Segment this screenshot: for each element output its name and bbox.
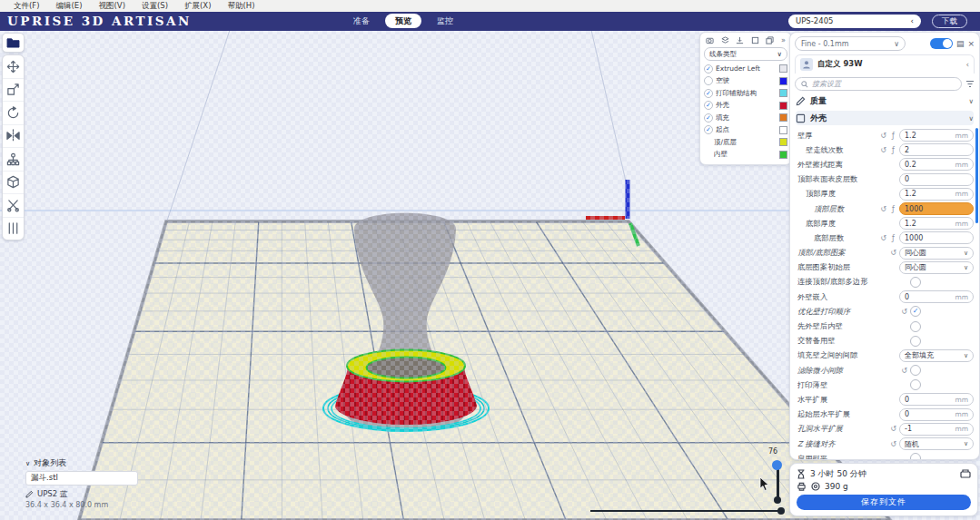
arrange-tool[interactable] bbox=[3, 218, 24, 240]
revert-icon[interactable]: ↺ bbox=[889, 440, 897, 448]
setting-checkbox[interactable] bbox=[910, 336, 921, 347]
profile-dropdown[interactable]: Fine - 0.1mm ∨ bbox=[795, 36, 906, 51]
revert-icon[interactable]: ↺ bbox=[879, 234, 887, 242]
custom-mode-toggle[interactable] bbox=[930, 38, 953, 49]
setting-input[interactable]: 1.2mm bbox=[899, 188, 974, 201]
legend-checkbox[interactable]: ✓ bbox=[704, 89, 713, 98]
formula-icon[interactable]: ƒ bbox=[889, 146, 897, 154]
download-button[interactable]: 下载 bbox=[932, 15, 967, 28]
legend-item[interactable]: ✓打印辅助结构 bbox=[704, 87, 787, 100]
menu-item-3[interactable]: 设置(S) bbox=[134, 1, 176, 12]
setting-input[interactable]: 1.2mm bbox=[899, 129, 974, 142]
layer-slider-handle-top[interactable] bbox=[772, 460, 782, 470]
path-slider-handle[interactable] bbox=[777, 507, 785, 515]
category-quality[interactable]: 质量 ∨ bbox=[796, 93, 974, 108]
legend-item[interactable]: ✓起点 bbox=[704, 124, 787, 137]
setting-dropdown[interactable]: 随机∨ bbox=[899, 437, 974, 450]
setting-input[interactable]: 1000 bbox=[899, 231, 974, 244]
revert-icon[interactable]: ↺ bbox=[889, 249, 897, 257]
revert-icon[interactable]: ↺ bbox=[879, 146, 887, 154]
close-icon[interactable]: × bbox=[967, 40, 975, 48]
legend-item[interactable]: ✓填充 bbox=[704, 112, 787, 124]
support-blocker-tool[interactable] bbox=[3, 172, 24, 195]
scrollbar[interactable] bbox=[975, 128, 978, 223]
stage-tab[interactable]: 预览 bbox=[385, 14, 421, 28]
setting-input[interactable]: 1000 bbox=[899, 202, 974, 215]
legend-checkbox[interactable] bbox=[704, 76, 713, 85]
printer-selector[interactable]: UPS-2405 ‹ bbox=[788, 15, 921, 28]
setting-input[interactable]: 0 bbox=[899, 173, 974, 186]
category-shell[interactable]: 外壳 ∨ bbox=[796, 111, 974, 125]
setting-unit: mm bbox=[955, 132, 968, 140]
legend-item[interactable]: ✓外壳 bbox=[704, 100, 787, 113]
revert-icon[interactable]: ↺ bbox=[900, 308, 908, 316]
menu-item-5[interactable]: 帮助(H) bbox=[220, 1, 263, 12]
setting-dropdown[interactable]: 同心圆∨ bbox=[899, 247, 974, 260]
per-model-settings-tool[interactable] bbox=[3, 148, 24, 172]
box-icon[interactable] bbox=[751, 36, 759, 44]
open-file-button[interactable] bbox=[2, 33, 25, 53]
filter-icon[interactable] bbox=[965, 80, 975, 88]
revert-icon[interactable]: ↺ bbox=[879, 205, 887, 213]
setting-input[interactable]: 0mm bbox=[899, 393, 974, 406]
layer-slider-handle-bottom[interactable] bbox=[774, 496, 781, 504]
move-tool[interactable] bbox=[3, 55, 24, 79]
setting-input[interactable]: 0.2mm bbox=[899, 158, 974, 171]
layers-icon[interactable] bbox=[721, 36, 729, 44]
collapse-icon[interactable]: » bbox=[781, 37, 786, 44]
panel-settings-icon[interactable]: ▤ bbox=[956, 40, 965, 48]
object-list-item[interactable]: 漏斗.stl bbox=[25, 471, 138, 486]
camera-icon[interactable] bbox=[706, 36, 714, 44]
legend-checkbox[interactable]: ✓ bbox=[704, 125, 713, 134]
setting-checkbox[interactable] bbox=[910, 453, 921, 460]
setting-checkbox[interactable] bbox=[910, 277, 921, 288]
legend-checkbox[interactable]: ✓ bbox=[704, 101, 713, 110]
save-to-file-button[interactable]: 保存到文件 bbox=[797, 495, 971, 510]
setting-input[interactable]: 0mm bbox=[899, 290, 974, 303]
revert-icon[interactable]: ↺ bbox=[889, 425, 897, 433]
legend-checkbox[interactable]: ✓ bbox=[704, 64, 713, 74]
color-scheme-dropdown[interactable]: 线条类型 ∨ bbox=[704, 47, 787, 61]
setting-row: 填充壁之间的间隙全部填充∨ bbox=[790, 348, 979, 363]
menu-item-4[interactable]: 扩展(X) bbox=[176, 1, 219, 12]
printer-config-row[interactable]: UPS2 蓝 bbox=[25, 488, 138, 500]
rotate-tool[interactable] bbox=[3, 102, 24, 125]
copy-icon[interactable] bbox=[766, 36, 774, 44]
setting-checkbox[interactable]: ✓ bbox=[910, 306, 921, 317]
menu-item-0[interactable]: 文件(F) bbox=[5, 1, 48, 12]
layer-slider-track[interactable] bbox=[777, 465, 779, 501]
chevron-left-icon[interactable]: ‹ bbox=[965, 60, 969, 69]
setting-checkbox[interactable] bbox=[910, 379, 921, 390]
color-scheme-value: 线条类型 bbox=[709, 50, 737, 59]
menu-item-2[interactable]: 视图(V) bbox=[91, 1, 134, 12]
scale-tool[interactable] bbox=[3, 79, 24, 103]
setting-input[interactable]: -1mm bbox=[899, 423, 974, 436]
setting-input[interactable]: 2 bbox=[899, 143, 974, 156]
legend-checkbox[interactable]: ✓ bbox=[704, 113, 713, 123]
setting-checkbox[interactable] bbox=[910, 321, 921, 332]
revert-icon[interactable]: ↺ bbox=[900, 367, 908, 375]
revert-icon[interactable]: ↺ bbox=[879, 132, 887, 140]
search-input[interactable]: 搜索设置 bbox=[795, 77, 962, 91]
color-swatch bbox=[779, 151, 787, 159]
formula-icon[interactable]: ƒ bbox=[889, 205, 897, 213]
formula-icon[interactable]: ƒ bbox=[889, 132, 897, 140]
formula-icon[interactable]: ƒ bbox=[889, 234, 897, 242]
setting-dropdown[interactable]: 全部填充∨ bbox=[899, 349, 974, 362]
setting-input[interactable]: 0mm bbox=[899, 408, 974, 421]
setting-checkbox[interactable] bbox=[910, 365, 921, 376]
setting-input[interactable]: 1.2mm bbox=[899, 217, 974, 230]
setting-dropdown[interactable]: 同心圆∨ bbox=[899, 261, 974, 274]
menu-item-1[interactable]: 编辑(E) bbox=[48, 1, 91, 12]
export-icon[interactable] bbox=[960, 469, 971, 479]
object-list-toggle[interactable]: ∨ 对象列表 bbox=[25, 457, 138, 469]
stage-tab[interactable]: 监控 bbox=[427, 14, 463, 28]
stage-tab[interactable]: 准备 bbox=[343, 14, 380, 28]
custom-profile-tab[interactable]: 自定义 93W ‹ bbox=[795, 54, 975, 74]
legend-item[interactable]: ✓Extruder Left bbox=[704, 63, 787, 75]
legend-item[interactable]: 空驶 bbox=[704, 75, 787, 88]
path-slider-track[interactable] bbox=[590, 510, 783, 512]
cut-tool[interactable] bbox=[3, 194, 24, 218]
download-icon[interactable] bbox=[736, 36, 744, 44]
mirror-tool[interactable] bbox=[3, 125, 24, 149]
